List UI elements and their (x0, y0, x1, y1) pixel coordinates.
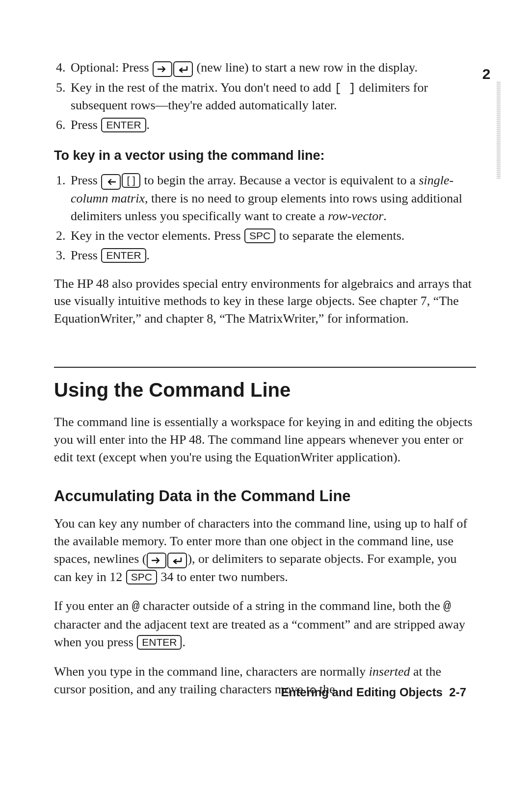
italic-term: inserted (369, 664, 410, 679)
page: 2 Optional: Press (new line) to start a … (0, 0, 530, 742)
italic-term: row-vector (328, 209, 383, 223)
newline-key-icon (173, 61, 193, 77)
text: to begin the array. Because a vector is … (144, 173, 419, 187)
paragraph: The HP 48 also provides special entry en… (54, 275, 476, 328)
spc-key: SPC (126, 570, 157, 584)
text: . (383, 209, 387, 223)
text: Optional: Press (71, 60, 152, 75)
chapter-tab-stripe (497, 81, 501, 179)
text: . (147, 248, 150, 262)
text: Press (71, 118, 101, 132)
list-item: Optional: Press (new line) to start a ne… (69, 59, 476, 77)
text: (new line) to start a new row in the dis… (197, 60, 418, 75)
newline-key-icon (167, 553, 187, 568)
footer-title: Entering and Editing Objects (281, 685, 443, 699)
list-item: Key in the vector elements. Press SPC to… (69, 227, 476, 245)
list-item: Press ENTER. (69, 116, 476, 134)
footer-page-number: 2-7 (449, 685, 466, 699)
paragraph: If you enter an @ character outside of a… (54, 597, 476, 651)
enter-key: ENTER (101, 118, 146, 132)
text: When you type in the command line, chara… (54, 664, 369, 679)
list-item: Press [ ] to begin the array. Because a … (69, 172, 476, 225)
list-item: Key in the rest of the matrix. You don't… (69, 79, 476, 114)
enter-key: ENTER (137, 635, 182, 650)
brackets-key: [ ] (122, 173, 140, 188)
enter-key: ENTER (101, 248, 146, 263)
left-shift-key-icon (101, 174, 121, 190)
bracket-delimiter: [ ] (335, 82, 356, 95)
section-heading: Using the Command Line (54, 377, 476, 404)
text: 34 to enter two numbers. (158, 570, 288, 584)
section-divider (54, 367, 476, 368)
list-item: Press ENTER. (69, 247, 476, 264)
paragraph: The command line is essentially a worksp… (54, 413, 476, 466)
chapter-tab-number: 2 (477, 64, 496, 84)
right-shift-key-icon (153, 61, 172, 77)
text: character and the adjacent text are trea… (54, 617, 465, 649)
text: . (182, 635, 186, 649)
text: Key in the rest of the matrix. You don't… (71, 80, 335, 95)
matrix-steps-list: Optional: Press (new line) to start a ne… (54, 59, 476, 134)
spc-key: SPC (244, 228, 275, 243)
text: to separate the elements. (276, 228, 404, 243)
vector-steps-list: Press [ ] to begin the array. Because a … (54, 172, 476, 264)
procedure-heading: To key in a vector using the command lin… (54, 147, 476, 165)
at-symbol: @ (132, 599, 140, 614)
page-footer: Entering and Editing Objects 2-7 (281, 684, 466, 700)
at-symbol: @ (443, 599, 451, 614)
text: If you enter an (54, 599, 132, 613)
text: character outside of a string in the com… (139, 599, 443, 613)
right-shift-key-icon (147, 553, 166, 568)
text: Press (71, 248, 101, 262)
paragraph: You can key any number of characters int… (54, 515, 476, 586)
text: . (147, 118, 150, 132)
subsection-heading: Accumulating Data in the Command Line (54, 486, 476, 507)
text: Key in the vector elements. Press (71, 228, 244, 243)
text: Press (71, 173, 101, 187)
